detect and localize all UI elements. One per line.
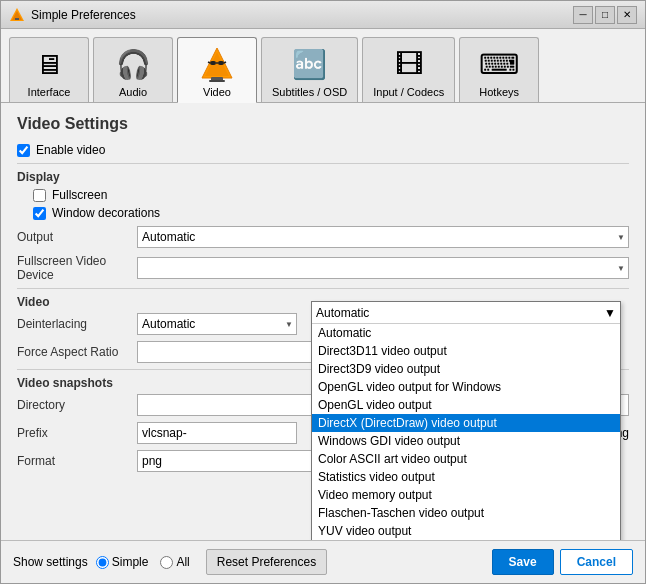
subtitles-icon: 🔤 bbox=[290, 44, 330, 84]
output-select-wrapper: Automatic bbox=[137, 226, 629, 248]
window-controls: ─ □ ✕ bbox=[573, 6, 637, 24]
dropdown-item[interactable]: Video memory output bbox=[312, 486, 620, 504]
svg-line-11 bbox=[224, 62, 226, 63]
svg-rect-8 bbox=[218, 61, 224, 65]
dropdown-item[interactable]: YUV video output bbox=[312, 522, 620, 540]
dropdown-header-text: Automatic bbox=[316, 306, 369, 320]
output-row: Output Automatic bbox=[17, 226, 629, 248]
save-button[interactable]: Save bbox=[492, 549, 554, 575]
format-label: Format bbox=[17, 454, 137, 468]
prefix-label: Prefix bbox=[17, 426, 137, 440]
enable-video-row: Enable video bbox=[17, 143, 629, 157]
window-decorations-label: Window decorations bbox=[52, 206, 160, 220]
enable-video-label: Enable video bbox=[36, 143, 105, 157]
interface-icon: 🖥 bbox=[29, 44, 69, 84]
dropdown-item[interactable]: Direct3D11 video output bbox=[312, 342, 620, 360]
tab-audio-label: Audio bbox=[119, 86, 147, 98]
dropdown-item[interactable]: Windows GDI video output bbox=[312, 432, 620, 450]
show-settings-label: Show settings bbox=[13, 555, 88, 569]
bottom-bar: Show settings Simple All Reset Preferenc… bbox=[1, 540, 645, 583]
enable-video-checkbox[interactable] bbox=[17, 144, 30, 157]
prefix-input[interactable] bbox=[137, 422, 297, 444]
window-decorations-checkbox[interactable] bbox=[33, 207, 46, 220]
svg-line-10 bbox=[208, 62, 210, 63]
input-icon: 🎞 bbox=[389, 44, 429, 84]
tab-video-label: Video bbox=[203, 86, 231, 98]
output-label: Output bbox=[17, 230, 137, 244]
dropdown-list: AutomaticDirect3D11 video outputDirect3D… bbox=[312, 324, 620, 540]
deinterlacing-select[interactable]: Automatic bbox=[137, 313, 297, 335]
close-button[interactable]: ✕ bbox=[617, 6, 637, 24]
show-settings-radio-group: Simple All bbox=[96, 555, 190, 569]
dropdown-item[interactable]: Color ASCII art video output bbox=[312, 450, 620, 468]
all-radio-row: All bbox=[160, 555, 189, 569]
tab-subtitles-label: Subtitles / OSD bbox=[272, 86, 347, 98]
tab-bar: 🖥 Interface 🎧 Audio bbox=[1, 29, 645, 103]
svg-rect-2 bbox=[15, 18, 19, 20]
window-decorations-row: Window decorations bbox=[33, 206, 629, 220]
tab-subtitles[interactable]: 🔤 Subtitles / OSD bbox=[261, 37, 358, 102]
dropdown-item[interactable]: Direct3D9 video output bbox=[312, 360, 620, 378]
audio-icon: 🎧 bbox=[113, 44, 153, 84]
deinterlacing-label: Deinterlacing bbox=[17, 317, 137, 331]
dropdown-item[interactable]: DirectX (DirectDraw) video output bbox=[312, 414, 620, 432]
tab-interface-label: Interface bbox=[28, 86, 71, 98]
dropdown-item[interactable]: OpenGL video output for Windows bbox=[312, 378, 620, 396]
content-area: Video Settings Enable video Display Full… bbox=[1, 103, 645, 540]
fullscreen-label: Fullscreen bbox=[52, 188, 107, 202]
simple-radio-row: Simple bbox=[96, 555, 149, 569]
all-radio[interactable] bbox=[160, 556, 173, 569]
fullscreen-row: Fullscreen bbox=[33, 188, 629, 202]
dropdown-header: Automatic ▼ bbox=[312, 302, 620, 324]
dropdown-item[interactable]: Automatic bbox=[312, 324, 620, 342]
tab-hotkeys[interactable]: ⌨ Hotkeys bbox=[459, 37, 539, 102]
fullscreen-device-row: Fullscreen Video Device bbox=[17, 254, 629, 282]
deinterlacing-select-wrapper: Automatic bbox=[137, 313, 297, 335]
page-title: Video Settings bbox=[17, 115, 629, 133]
aspect-ratio-label: Force Aspect Ratio bbox=[17, 345, 137, 359]
svg-rect-6 bbox=[209, 80, 225, 82]
output-select[interactable]: Automatic bbox=[137, 226, 629, 248]
window-title: Simple Preferences bbox=[31, 8, 573, 22]
dropdown-item[interactable]: OpenGL video output bbox=[312, 396, 620, 414]
tab-video[interactable]: Video bbox=[177, 37, 257, 103]
divider-1 bbox=[17, 163, 629, 164]
minimize-button[interactable]: ─ bbox=[573, 6, 593, 24]
directory-label: Directory bbox=[17, 398, 137, 412]
svg-rect-7 bbox=[210, 61, 216, 65]
simple-radio-label: Simple bbox=[112, 555, 149, 569]
tab-hotkeys-label: Hotkeys bbox=[479, 86, 519, 98]
output-dropdown-overlay: Automatic ▼ AutomaticDirect3D11 video ou… bbox=[311, 301, 621, 540]
main-window: Simple Preferences ─ □ ✕ 🖥 Interface 🎧 A… bbox=[0, 0, 646, 584]
hotkeys-icon: ⌨ bbox=[479, 44, 519, 84]
maximize-button[interactable]: □ bbox=[595, 6, 615, 24]
all-radio-label: All bbox=[176, 555, 189, 569]
dropdown-item[interactable]: Statistics video output bbox=[312, 468, 620, 486]
fullscreen-checkbox[interactable] bbox=[33, 189, 46, 202]
fullscreen-device-select-wrapper bbox=[137, 257, 629, 279]
tab-input-label: Input / Codecs bbox=[373, 86, 444, 98]
dropdown-arrow-icon: ▼ bbox=[604, 306, 616, 320]
fullscreen-device-label: Fullscreen Video Device bbox=[17, 254, 137, 282]
aspect-ratio-input[interactable] bbox=[137, 341, 337, 363]
cancel-button[interactable]: Cancel bbox=[560, 549, 633, 575]
app-icon bbox=[9, 7, 25, 23]
fullscreen-device-select[interactable] bbox=[137, 257, 629, 279]
tab-audio[interactable]: 🎧 Audio bbox=[93, 37, 173, 102]
video-icon bbox=[197, 44, 237, 84]
reset-preferences-button[interactable]: Reset Preferences bbox=[206, 549, 327, 575]
tab-input[interactable]: 🎞 Input / Codecs bbox=[362, 37, 455, 102]
simple-radio[interactable] bbox=[96, 556, 109, 569]
display-section-label: Display bbox=[17, 170, 629, 184]
title-bar: Simple Preferences ─ □ ✕ bbox=[1, 1, 645, 29]
divider-2 bbox=[17, 288, 629, 289]
dropdown-item[interactable]: Flaschen-Taschen video output bbox=[312, 504, 620, 522]
tab-interface[interactable]: 🖥 Interface bbox=[9, 37, 89, 102]
